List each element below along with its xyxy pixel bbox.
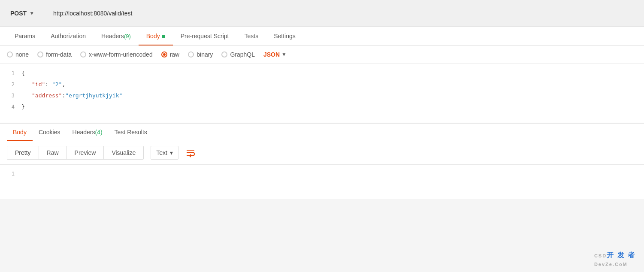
body-type-none[interactable]: none xyxy=(7,51,29,58)
code-line-2: 2 "id": "2", xyxy=(0,79,644,90)
line-num-1: 1 xyxy=(0,69,21,78)
tab-tests[interactable]: Tests xyxy=(237,27,266,45)
response-tabs: Body Cookies Headers(4) Test Results xyxy=(0,124,644,141)
body-graphql-label: GraphQL xyxy=(230,51,255,58)
line-num-3: 3 xyxy=(0,91,21,100)
watermark-prefix: CSD xyxy=(594,253,607,258)
format-tabs: Pretty Raw Preview Visualize xyxy=(7,146,144,160)
body-type-binary[interactable]: binary xyxy=(188,51,213,58)
line-num-4: 4 xyxy=(0,102,21,112)
tab-pre-request-script[interactable]: Pre-request Script xyxy=(173,27,237,45)
response-headers-label: Headers xyxy=(73,129,95,136)
json-label: JSON xyxy=(263,51,280,58)
watermark-main: 开 发 者 xyxy=(607,251,635,259)
radio-binary xyxy=(188,51,194,57)
body-type-form-data[interactable]: form-data xyxy=(37,51,72,58)
request-tabs-section: Params Authorization Headers(9) Body Pre… xyxy=(0,27,644,46)
format-tab-pretty[interactable]: Pretty xyxy=(7,146,39,159)
json-dropdown[interactable]: JSON ▼ xyxy=(263,51,287,58)
response-cookies-label: Cookies xyxy=(39,129,60,136)
url-input[interactable] xyxy=(50,7,637,19)
response-tab-test-results[interactable]: Test Results xyxy=(109,124,153,141)
response-body: 1 xyxy=(0,165,644,199)
method-dropdown[interactable]: POST ▼ xyxy=(7,7,50,19)
wrap-icon xyxy=(186,148,195,157)
wrap-button[interactable] xyxy=(183,145,198,160)
response-line-1: 1 xyxy=(0,169,644,178)
request-tabs-list: Params Authorization Headers(9) Body Pre… xyxy=(7,27,637,45)
body-active-dot xyxy=(162,35,165,38)
text-dropdown[interactable]: Text ▾ xyxy=(151,146,178,160)
format-tab-raw[interactable]: Raw xyxy=(39,146,67,159)
response-body-label: Body xyxy=(13,129,27,136)
method-chevron: ▼ xyxy=(29,10,34,16)
response-tab-body[interactable]: Body xyxy=(7,124,33,141)
response-headers-badge: (4) xyxy=(95,129,102,136)
body-type-row: none form-data x-www-form-urlencoded raw… xyxy=(0,46,644,63)
body-urlencoded-label: x-www-form-urlencoded xyxy=(89,51,153,58)
response-section: Body Cookies Headers(4) Test Results Pre… xyxy=(0,124,644,199)
format-tab-preview[interactable]: Preview xyxy=(67,146,104,159)
body-form-data-label: form-data xyxy=(46,51,72,58)
line-num-2: 2 xyxy=(0,80,21,89)
code-line-1: 1 { xyxy=(0,68,644,79)
response-line-num-1: 1 xyxy=(0,169,21,178)
code-line-3: 3 "address":"ergrtjhyutkjyik" xyxy=(0,90,644,101)
radio-raw xyxy=(161,51,167,57)
tab-settings[interactable]: Settings xyxy=(266,27,303,45)
response-tab-cookies[interactable]: Cookies xyxy=(33,124,67,141)
code-line-4: 4 } xyxy=(0,101,644,112)
radio-urlencoded xyxy=(80,51,86,57)
body-raw-label: raw xyxy=(170,51,180,58)
response-toolbar: Pretty Raw Preview Visualize Text ▾ xyxy=(0,141,644,165)
tab-headers[interactable]: Headers(9) xyxy=(94,27,139,45)
tab-params[interactable]: Params xyxy=(7,27,43,45)
radio-graphql xyxy=(221,51,227,57)
response-test-results-label: Test Results xyxy=(115,129,147,136)
body-binary-label: binary xyxy=(197,51,213,58)
format-tab-visualize[interactable]: Visualize xyxy=(104,146,143,159)
radio-none xyxy=(7,51,13,57)
body-type-graphql[interactable]: GraphQL xyxy=(221,51,255,58)
watermark: CSD开 发 者 DevZe.CoM xyxy=(594,251,635,268)
text-dropdown-arrow: ▾ xyxy=(170,149,173,156)
url-bar: POST ▼ xyxy=(0,0,644,27)
body-type-raw[interactable]: raw xyxy=(161,51,180,58)
radio-form-data xyxy=(37,51,43,57)
method-label: POST xyxy=(10,10,27,17)
body-type-urlencoded[interactable]: x-www-form-urlencoded xyxy=(80,51,153,58)
json-dropdown-arrow: ▼ xyxy=(281,51,287,57)
headers-badge: (9) xyxy=(124,33,131,39)
watermark-suffix: DevZe.CoM xyxy=(594,262,628,267)
tab-authorization[interactable]: Authorization xyxy=(43,27,94,45)
code-editor[interactable]: 1 { 2 "id": "2", 3 "address":"ergrtjhyut… xyxy=(0,63,644,124)
response-tab-headers[interactable]: Headers(4) xyxy=(67,124,109,141)
text-dropdown-label: Text xyxy=(156,149,167,156)
tab-body[interactable]: Body xyxy=(139,27,173,45)
body-none-label: none xyxy=(15,51,29,58)
